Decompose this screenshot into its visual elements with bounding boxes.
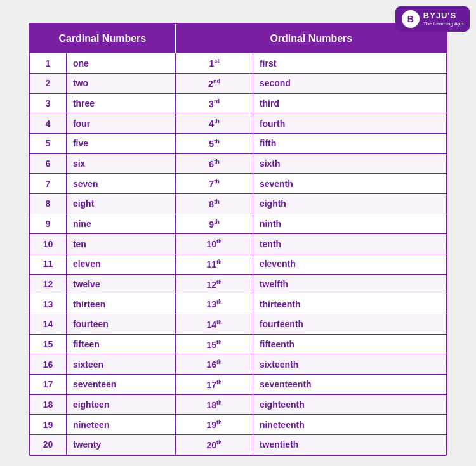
cardinal-word: twelve	[66, 274, 175, 294]
cardinal-number: 1	[30, 53, 66, 73]
ordinal-word: nineteenth	[253, 415, 446, 435]
ordinal-word: first	[253, 53, 446, 73]
cardinal-word: seven	[66, 174, 175, 194]
ordinal-suffix: th	[216, 419, 222, 425]
logo-icon: B	[402, 10, 420, 28]
table-row: 10 ten 10th tenth	[30, 234, 446, 254]
ordinal-suffix: th	[216, 379, 222, 385]
ordinal-suffix: th	[214, 159, 220, 165]
ordinal-word: seventeenth	[253, 374, 446, 394]
cardinal-number: 20	[30, 434, 66, 454]
ordinal-suffix: th	[216, 259, 222, 265]
cardinal-word: two	[66, 74, 175, 94]
ordinal-word: seventh	[253, 174, 446, 194]
table-body: 1 one 1st first 2 two 2nd second 3 three…	[30, 53, 446, 454]
ordinal-suffix: nd	[213, 78, 220, 84]
ordinal-word: sixteenth	[253, 354, 446, 375]
table-row: 9 nine 9th ninth	[30, 214, 446, 234]
cardinal-number: 10	[30, 234, 66, 254]
cardinal-word: nineteen	[66, 415, 175, 435]
table-row: 7 seven 7th seventh	[30, 174, 446, 194]
ordinal-suffix: st	[214, 58, 219, 64]
cardinal-number: 15	[30, 334, 66, 354]
ordinal-number: 1st	[176, 53, 253, 73]
ordinal-number: 4th	[176, 113, 253, 134]
cardinal-word: nine	[66, 214, 175, 234]
table-header-row: Cardinal Numbers Ordinal Numbers	[30, 24, 446, 53]
cardinal-number: 14	[30, 314, 66, 334]
ordinal-number: 6th	[176, 153, 253, 174]
cardinal-number: 7	[30, 174, 66, 194]
cardinal-word: six	[66, 153, 175, 174]
table-row: 18 eighteen 18th eighteenth	[30, 394, 446, 415]
ordinal-suffix: th	[216, 299, 222, 305]
ordinal-suffix: th	[216, 279, 222, 285]
cardinal-number: 11	[30, 254, 66, 275]
table-row: 16 sixteen 16th sixteenth	[30, 354, 446, 375]
logo-text-block: BYJU'S The Learning App	[423, 11, 463, 27]
ordinal-suffix: th	[216, 339, 222, 346]
ordinal-number: 15th	[176, 334, 253, 354]
ordinal-suffix: th	[214, 219, 220, 225]
ordinal-number: 8th	[176, 194, 253, 214]
cardinal-header: Cardinal Numbers	[30, 24, 176, 53]
ordinal-word: fourteenth	[253, 314, 446, 334]
ordinal-number: 17th	[176, 374, 253, 394]
cardinal-word: thirteen	[66, 294, 175, 314]
ordinal-number: 3rd	[176, 93, 253, 113]
cardinal-number: 17	[30, 374, 66, 394]
brand-name: BYJU'S	[423, 11, 463, 21]
cardinal-word: five	[66, 134, 175, 154]
ordinal-word: eleventh	[253, 254, 446, 275]
table-row: 20 twenty 20th twentieth	[30, 434, 446, 454]
ordinal-number: 7th	[176, 174, 253, 194]
ordinal-suffix: th	[214, 198, 220, 205]
ordinal-word: second	[253, 74, 446, 94]
table-row: 14 fourteen 14th fourteenth	[30, 314, 446, 334]
ordinal-word: ninth	[253, 214, 446, 234]
byju-logo: B BYJU'S The Learning App	[395, 6, 470, 32]
ordinal-number: 10th	[176, 234, 253, 254]
ordinal-word: fifth	[253, 134, 446, 154]
table-row: 5 five 5th fifth	[30, 134, 446, 154]
ordinal-word: twentieth	[253, 434, 446, 454]
ordinal-word: sixth	[253, 153, 446, 174]
ordinal-number: 19th	[176, 415, 253, 435]
numbers-table-container: Cardinal Numbers Ordinal Numbers 1 one 1…	[29, 23, 447, 455]
cardinal-word: ten	[66, 234, 175, 254]
brand-tagline: The Learning App	[423, 21, 463, 27]
ordinal-number: 16th	[176, 354, 253, 375]
logo-letter: B	[407, 14, 414, 24]
ordinal-word: eighth	[253, 194, 446, 214]
ordinal-number: 20th	[176, 434, 253, 454]
table-row: 6 six 6th sixth	[30, 153, 446, 174]
ordinal-word: tenth	[253, 234, 446, 254]
table-row: 19 nineteen 19th nineteenth	[30, 415, 446, 435]
cardinal-number: 16	[30, 354, 66, 375]
cardinal-number: 5	[30, 134, 66, 154]
cardinal-number: 8	[30, 194, 66, 214]
cardinal-word: eighteen	[66, 394, 175, 415]
ordinal-number: 18th	[176, 394, 253, 415]
ordinal-suffix: rd	[214, 98, 220, 105]
table-row: 2 two 2nd second	[30, 74, 446, 94]
ordinal-number: 12th	[176, 274, 253, 294]
cardinal-word: fifteen	[66, 334, 175, 354]
ordinal-suffix: th	[216, 359, 222, 365]
ordinal-word: twelfth	[253, 274, 446, 294]
table-row: 1 one 1st first	[30, 53, 446, 73]
cardinal-number: 13	[30, 294, 66, 314]
ordinal-word: third	[253, 93, 446, 113]
cardinal-word: eight	[66, 194, 175, 214]
table-row: 11 eleven 11th eleventh	[30, 254, 446, 275]
cardinal-number: 18	[30, 394, 66, 415]
cardinal-word: sixteen	[66, 354, 175, 375]
ordinal-number: 13th	[176, 294, 253, 314]
table-row: 8 eight 8th eighth	[30, 194, 446, 214]
ordinal-suffix: th	[214, 178, 220, 184]
ordinal-number: 14th	[176, 314, 253, 334]
numbers-table: Cardinal Numbers Ordinal Numbers 1 one 1…	[30, 24, 446, 454]
ordinal-word: fifteenth	[253, 334, 446, 354]
cardinal-word: three	[66, 93, 175, 113]
ordinal-word: fourth	[253, 113, 446, 134]
